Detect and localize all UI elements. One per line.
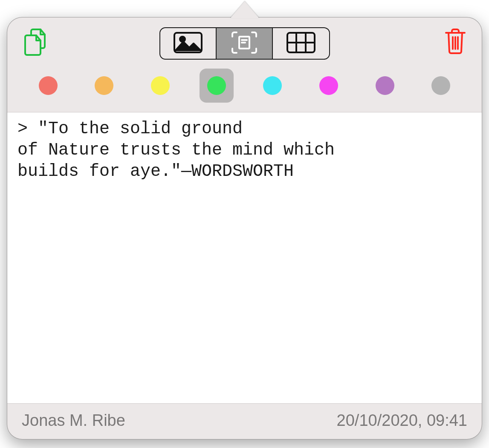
picture-icon	[173, 32, 203, 55]
color-swatch-purple[interactable]	[368, 69, 402, 103]
table-grid-icon	[286, 32, 316, 55]
popover-panel: > "To the solid ground of Nature trusts …	[7, 17, 482, 439]
color-dot-icon	[431, 76, 450, 95]
popover-arrow	[230, 1, 259, 18]
color-dot-icon	[376, 76, 394, 95]
toolbar	[7, 17, 482, 64]
mode-text-capture-button[interactable]	[217, 28, 273, 59]
note-text-area[interactable]: > "To the solid ground of Nature trusts …	[7, 112, 482, 404]
color-dot-icon	[207, 76, 226, 95]
color-dot-icon	[151, 76, 170, 95]
color-swatch-magenta[interactable]	[312, 69, 346, 103]
color-dot-icon	[95, 76, 113, 95]
color-swatch-row	[7, 64, 482, 112]
copy-button[interactable]	[22, 27, 48, 57]
mode-image-button[interactable]	[160, 28, 217, 59]
copy-documents-icon	[22, 51, 48, 57]
color-dot-icon	[39, 76, 58, 95]
svg-point-1	[180, 37, 185, 42]
color-swatch-gray[interactable]	[424, 69, 458, 103]
footer: Jonas M. Ribe 20/10/2020, 09:41	[7, 404, 482, 439]
color-dot-icon	[319, 76, 338, 95]
color-swatch-red[interactable]	[31, 69, 65, 103]
mode-table-button[interactable]	[273, 28, 329, 59]
timestamp-label: 20/10/2020, 09:41	[337, 411, 467, 430]
color-swatch-orange[interactable]	[87, 69, 121, 103]
delete-button[interactable]	[443, 27, 467, 56]
color-swatch-cyan[interactable]	[255, 69, 289, 103]
color-swatch-green[interactable]	[200, 69, 234, 103]
color-swatch-yellow[interactable]	[143, 69, 177, 103]
author-label: Jonas M. Ribe	[22, 411, 125, 430]
viewfinder-text-icon	[231, 31, 258, 56]
color-dot-icon	[263, 76, 282, 95]
trash-icon	[443, 50, 467, 56]
mode-segmented-control	[159, 27, 330, 60]
